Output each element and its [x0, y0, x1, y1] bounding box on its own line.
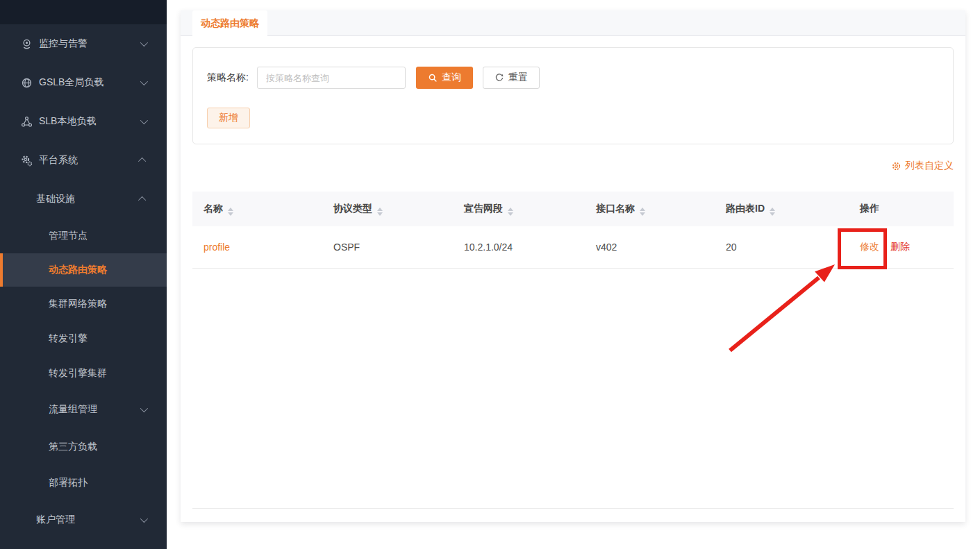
card-body: 策略名称: 查询 重置: [181, 36, 965, 522]
sidebar-item-label: 转发引擎: [49, 332, 88, 345]
sidebar-item-label: 部署拓扑: [49, 477, 88, 489]
tab-bar: 动态路由策略: [181, 10, 965, 36]
filter-row: 策略名称: 查询 重置: [207, 67, 939, 89]
gear-icon: [891, 161, 902, 171]
sidebar-item-label: 流量组管理: [49, 403, 97, 416]
sidebar-logo-area: [0, 0, 167, 24]
edit-action-link[interactable]: 修改: [860, 241, 879, 252]
policy-name-input[interactable]: [257, 67, 406, 89]
sidebar-item-label: 转发引擎集群: [49, 367, 107, 380]
row-name-link[interactable]: profile: [204, 242, 230, 253]
webcam-icon: [21, 38, 33, 50]
sidebar-item-account-management[interactable]: 账户管理: [0, 500, 167, 539]
sidebar-item-forwarding-engine[interactable]: 转发引擎: [0, 321, 167, 356]
sidebar-item-label: 平台系统: [39, 154, 78, 167]
reset-button[interactable]: 重置: [483, 67, 540, 89]
filter-panel: 策略名称: 查询 重置: [192, 47, 954, 144]
column-header-name[interactable]: 名称: [192, 192, 322, 226]
sidebar-item-label: 第三方负载: [49, 441, 97, 453]
sort-icon: [640, 208, 645, 216]
row-network: 10.2.1.0/24: [453, 226, 585, 268]
table-row: profile OSPF 10.2.1.0/24 v402 20 修改删除: [192, 226, 954, 268]
globe-icon: [21, 77, 33, 89]
add-button[interactable]: 新增: [207, 108, 250, 128]
sort-icon: [377, 208, 383, 216]
refresh-icon: [495, 73, 504, 83]
sort-icon: [770, 208, 775, 216]
list-customize-link[interactable]: 列表自定义: [891, 160, 954, 172]
content-card: 动态路由策略 策略名称: 查询: [181, 10, 965, 522]
table-header-row: 名称 协议类型 宣告网段 接口名称: [192, 192, 954, 226]
tab-dynamic-route-policy[interactable]: 动态路由策略: [192, 10, 267, 36]
chevron-down-icon: [140, 515, 148, 523]
chevron-down-icon: [140, 39, 148, 47]
sidebar-item-slb[interactable]: SLB本地负载: [0, 102, 167, 141]
column-header-interface[interactable]: 接口名称: [585, 192, 715, 226]
column-header-actions: 操作: [849, 192, 954, 226]
list-customize-label: 列表自定义: [905, 160, 954, 172]
search-button-label: 查询: [442, 71, 461, 84]
row-route-table-id: 20: [715, 226, 849, 268]
tab-label: 动态路由策略: [201, 17, 259, 30]
column-header-protocol[interactable]: 协议类型: [322, 192, 453, 226]
search-icon: [428, 73, 438, 83]
chevron-down-icon: [140, 78, 148, 85]
column-header-route-table-id[interactable]: 路由表ID: [715, 192, 849, 226]
chevron-down-icon: [140, 405, 148, 412]
sidebar-item-deploy-topology[interactable]: 部署拓扑: [0, 466, 167, 500]
chevron-up-icon: [138, 196, 146, 204]
reset-button-label: 重置: [508, 71, 528, 84]
sidebar-item-label: 基础设施: [36, 193, 75, 205]
sort-icon: [508, 208, 513, 216]
sort-icon: [228, 208, 233, 216]
chevron-up-icon: [138, 158, 146, 165]
sidebar-item-label: GSLB全局负载: [39, 76, 103, 89]
sidebar-item-forwarding-engine-cluster[interactable]: 转发引擎集群: [0, 356, 167, 391]
column-header-network[interactable]: 宣告网段: [453, 192, 585, 226]
search-button[interactable]: 查询: [416, 67, 473, 89]
sidebar-item-dynamic-route-policy[interactable]: 动态路由策略: [0, 253, 167, 287]
sidebar-item-infrastructure[interactable]: 基础设施: [0, 180, 167, 219]
share-network-icon: [21, 116, 33, 128]
sidebar-item-label: 管理节点: [49, 230, 88, 242]
add-button-label: 新增: [219, 112, 238, 124]
policy-table: 名称 协议类型 宣告网段 接口名称: [192, 192, 954, 509]
sidebar-item-monitoring-alerts[interactable]: 监控与告警: [0, 24, 167, 63]
row-protocol: OSPF: [322, 226, 453, 268]
main-content: 动态路由策略 策略名称: 查询: [167, 0, 980, 549]
sidebar-item-label: SLB本地负载: [39, 115, 96, 128]
chevron-down-icon: [140, 117, 148, 124]
sidebar: 监控与告警 GSLB全局负载 SLB本地负载 平台系统 基础设施: [0, 0, 167, 549]
sidebar-nav: 监控与告警 GSLB全局负载 SLB本地负载 平台系统 基础设施: [0, 24, 167, 539]
sidebar-item-gslb[interactable]: GSLB全局负载: [0, 63, 167, 102]
sidebar-item-label: 动态路由策略: [49, 264, 107, 276]
delete-action-link[interactable]: 删除: [890, 241, 910, 252]
sidebar-item-traffic-group[interactable]: 流量组管理: [0, 391, 167, 428]
row-interface: v402: [585, 226, 715, 268]
customize-row: 列表自定义: [192, 158, 954, 174]
policy-name-label: 策略名称:: [207, 71, 249, 84]
sidebar-item-label: 账户管理: [36, 514, 75, 526]
sidebar-item-label: 监控与告警: [39, 37, 88, 50]
sidebar-item-cluster-network-policy[interactable]: 集群网络策略: [0, 287, 167, 321]
sidebar-item-management-node[interactable]: 管理节点: [0, 219, 167, 253]
sidebar-item-platform-system[interactable]: 平台系统: [0, 141, 167, 180]
gear-icon: [21, 155, 33, 167]
sidebar-item-label: 集群网络策略: [49, 298, 107, 310]
sidebar-item-third-party-lb[interactable]: 第三方负载: [0, 428, 167, 466]
